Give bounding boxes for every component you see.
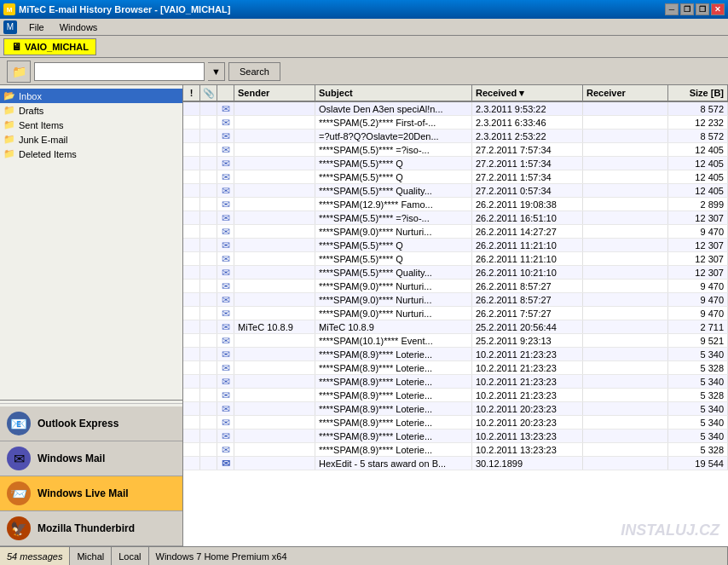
table-row[interactable]: ✉ ****SPAM(9.0)**** Nurturi... 26.2.2011… (183, 307, 728, 320)
cell-receiver (583, 361, 668, 374)
menu-bar: M File Windows (0, 19, 728, 36)
table-row[interactable]: ✉ ****SPAM(8.9)**** Loterie... 10.2.2011… (183, 389, 728, 402)
nav-windows-mail[interactable]: ✉ Windows Mail (0, 441, 182, 476)
menu-windows[interactable]: Windows (53, 20, 105, 34)
table-row[interactable]: ✉ ****SPAM(5.5)**** Quality... 26.2.2011… (183, 266, 728, 280)
cell-subject: ****SPAM(9.0)**** Nurturi... (315, 225, 472, 238)
col-header-sender[interactable]: Sender (234, 85, 315, 101)
col-header-receiver[interactable]: Receiver (583, 85, 668, 101)
cell-received: 2.3.2011 6:33:46 (472, 116, 583, 129)
col-header-exclamation[interactable]: ! (183, 85, 200, 101)
table-row[interactable]: ✉ ****SPAM(8.9)**** Loterie... 10.2.2011… (183, 361, 728, 375)
cell-exclamation (183, 375, 200, 388)
table-row[interactable]: ✉ ****SPAM(8.9)**** Loterie... 10.2.2011… (183, 430, 728, 443)
table-row[interactable]: ✉ =?utf-8?Q?Oslavte=20Den... 2.3.2011 2:… (183, 130, 728, 143)
table-row[interactable]: ✉ HexEdit - 5 stars award on B... 30.12.… (183, 457, 728, 470)
cell-sender (234, 307, 315, 320)
cell-exclamation (183, 402, 200, 415)
search-input[interactable] (34, 62, 205, 81)
table-row[interactable]: ✉ Oslavte Den A3en speciAl!n... 2.3.2011… (183, 102, 728, 116)
folder-junk[interactable]: 📁 Junk E-mail (0, 132, 182, 147)
cell-type-icon: ✉ (217, 416, 234, 429)
cell-subject: ****SPAM(5.5)**** Quality... (315, 266, 472, 279)
table-row[interactable]: ✉ ****SPAM(12.9)**** Famo... 26.2.2011 1… (183, 198, 728, 211)
folder-icon-inbox: 📂 (3, 90, 15, 101)
cell-subject: ****SPAM(9.0)**** Nurturi... (315, 293, 472, 306)
toolbar: 📁 ▼ Search (0, 58, 728, 85)
cell-size: 9 470 (668, 307, 728, 320)
email-read-icon: ✉ (222, 403, 230, 415)
cell-receiver (583, 157, 668, 170)
search-dropdown-button[interactable]: ▼ (208, 62, 225, 81)
table-row[interactable]: ✉ ****SPAM(5.5)**** Q 27.2.2011 1:57:34 … (183, 157, 728, 170)
table-row[interactable]: ✉ ****SPAM(5.5)**** Q 26.2.2011 11:21:10… (183, 252, 728, 266)
sidebar-divider[interactable] (0, 400, 182, 406)
email-read-icon: ✉ (222, 444, 230, 456)
folder-deleted[interactable]: 📁 Deleted Items (0, 147, 182, 161)
cell-size: 5 340 (668, 348, 728, 360)
cell-exclamation (183, 320, 200, 333)
cell-receiver (583, 430, 668, 442)
table-row[interactable]: ✉ ****SPAM(8.9)**** Loterie... 10.2.2011… (183, 348, 728, 361)
table-row[interactable]: ✉ ****SPAM(8.9)**** Loterie... 10.2.2011… (183, 443, 728, 457)
cell-received: 26.2.2011 19:08:38 (472, 198, 583, 210)
email-read-icon: ✉ (222, 362, 230, 374)
cell-exclamation (183, 130, 200, 142)
table-row[interactable]: ✉ ****SPAM(10.1)**** Event... 25.2.2011 … (183, 334, 728, 348)
cell-subject: ****SPAM(12.9)**** Famo... (315, 198, 472, 210)
back-button[interactable]: 📁 (7, 61, 31, 83)
folder-inbox[interactable]: 📂 Inbox (0, 89, 182, 103)
nav-thunderbird[interactable]: 🦅 Mozilla Thunderbird (0, 511, 182, 546)
profile-tag[interactable]: 🖥 VAIO_MICHAL (3, 38, 96, 55)
menu-file[interactable]: File (22, 20, 51, 34)
table-row[interactable]: ✉ ****SPAM(5.5)**** Q 26.2.2011 11:21:10… (183, 239, 728, 252)
dropdown-arrow-icon: ▼ (211, 66, 221, 77)
table-row[interactable]: ✉ ****SPAM(5.5)**** =?iso-... 27.2.2011 … (183, 143, 728, 157)
col-header-size[interactable]: Size [B] (668, 85, 728, 101)
email-read-icon: ✉ (222, 117, 230, 129)
cell-type-icon: ✉ (217, 116, 234, 129)
cell-attachment (200, 170, 217, 183)
col-header-received[interactable]: Received ▾ (472, 85, 583, 101)
col-header-type[interactable] (217, 85, 234, 101)
cell-receiver (583, 402, 668, 415)
table-row[interactable]: ✉ ****SPAM(9.0)**** Nurturi... 26.2.2011… (183, 293, 728, 307)
cell-size: 8 572 (668, 130, 728, 142)
restore-button[interactable]: ❐ (680, 3, 694, 15)
email-read-icon: ✉ (222, 158, 230, 170)
table-row[interactable]: ✉ ****SPAM(5.2)**** First-of-... 2.3.201… (183, 116, 728, 130)
cell-size: 9 470 (668, 280, 728, 292)
cell-received: 10.2.2011 21:23:23 (472, 348, 583, 360)
table-row[interactable]: ✉ MiTeC 10.8.9 MiTeC 10.8.9 25.2.2011 20… (183, 320, 728, 334)
cell-size: 12 307 (668, 239, 728, 251)
table-row[interactable]: ✉ ****SPAM(8.9)**** Loterie... 10.2.2011… (183, 416, 728, 430)
cell-exclamation (183, 266, 200, 279)
folder-sent[interactable]: 📁 Sent Items (0, 118, 182, 132)
table-row[interactable]: ✉ ****SPAM(5.5)**** Q 27.2.2011 1:57:34 … (183, 170, 728, 184)
cell-type-icon: ✉ (217, 170, 234, 183)
folder-drafts[interactable]: 📁 Drafts (0, 103, 182, 118)
cell-sender (234, 293, 315, 306)
cell-exclamation (183, 430, 200, 442)
status-user: Michal (70, 547, 112, 565)
search-button[interactable]: Search (228, 62, 280, 81)
col-header-attachment[interactable]: 📎 (200, 85, 217, 101)
col-header-subject[interactable]: Subject (315, 85, 472, 101)
table-row[interactable]: ✉ ****SPAM(8.9)**** Loterie... 10.2.2011… (183, 402, 728, 416)
second-restore-button[interactable]: ❐ (696, 3, 709, 15)
table-row[interactable]: ✉ ****SPAM(8.9)**** Loterie... 10.2.2011… (183, 375, 728, 389)
cell-exclamation (183, 170, 200, 183)
table-row[interactable]: ✉ ****SPAM(5.5)**** =?iso-... 26.2.2011 … (183, 211, 728, 225)
table-row[interactable]: ✉ ****SPAM(5.5)**** Quality... 27.2.2011… (183, 184, 728, 198)
table-row[interactable]: ✉ ****SPAM(9.0)**** Nurturi... 26.2.2011… (183, 280, 728, 293)
cell-received: 10.2.2011 21:23:23 (472, 389, 583, 401)
window-controls: ─ ❐ ❐ ✕ (665, 3, 725, 15)
nav-outlook-express[interactable]: 📧 Outlook Express (0, 406, 182, 441)
cell-subject: ****SPAM(8.9)**** Loterie... (315, 402, 472, 415)
table-row[interactable]: ✉ ****SPAM(9.0)**** Nurturi... 26.2.2011… (183, 225, 728, 239)
close-button[interactable]: ✕ (711, 3, 725, 15)
cell-exclamation (183, 184, 200, 197)
minimize-button[interactable]: ─ (665, 3, 679, 15)
cell-received: 10.2.2011 21:23:23 (472, 375, 583, 388)
nav-windows-live-mail[interactable]: 📨 Windows Live Mail (0, 476, 182, 511)
